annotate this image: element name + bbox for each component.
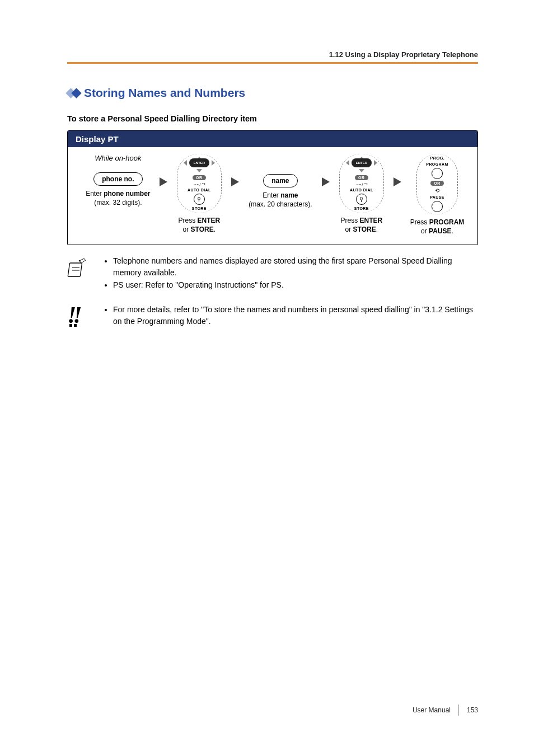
s5-b2: PAUSE	[429, 227, 451, 235]
name-pill: name	[263, 174, 297, 187]
onhook-note: While on-hook	[95, 154, 141, 162]
section-title-text: Storing Names and Numbers	[84, 86, 245, 100]
autodial-label: AUTO DIAL	[188, 188, 211, 192]
autodial-icon: →•/↪	[355, 182, 367, 186]
s4-b1: ENTER	[359, 217, 382, 224]
svg-point-11	[79, 260, 81, 262]
footer-label: User Manual	[413, 706, 451, 714]
or-badge: OR	[430, 181, 444, 186]
header-rule	[67, 62, 478, 64]
arrow-icon	[320, 154, 332, 210]
autodial-icon: →•/↪	[193, 182, 205, 186]
arrow-icon	[391, 154, 404, 210]
s4-pre: Press	[340, 217, 359, 224]
svg-rect-8	[68, 263, 82, 276]
title-diamond-icon	[67, 90, 78, 97]
or-badge: OR	[193, 175, 206, 180]
subsection-heading: To store a Personal Speed Dialling Direc…	[67, 114, 478, 123]
pause-glyph-icon: ⟲	[435, 187, 439, 194]
s5-or: or	[421, 227, 429, 235]
footer-separator	[458, 705, 459, 716]
store-button-icon	[356, 194, 367, 205]
exclamation-icon: !!	[67, 304, 90, 327]
s5-dot: .	[452, 227, 453, 235]
note-block-info: Telephone numbers and names displayed ar…	[67, 255, 478, 292]
svg-rect-5	[360, 197, 363, 200]
step-press-program: PROG. PROGRAM OR ⟲ PAUSE Press PROGRAM o…	[407, 154, 467, 236]
footer-page-number: 153	[467, 706, 478, 714]
svg-marker-3	[231, 177, 239, 186]
autodial-label: AUTO DIAL	[350, 188, 373, 192]
s5-pre: Press	[410, 218, 429, 226]
pause-button-icon	[432, 201, 443, 212]
s2-b1: ENTER	[198, 217, 221, 224]
prog-label: PROG.	[430, 156, 444, 161]
step1-pre: Enter	[86, 190, 104, 198]
step1-sub: (max. 32 digits).	[94, 199, 142, 206]
s5-b1: PROGRAM	[429, 218, 465, 226]
procedure-box: Display PT While on-hook phone no. Enter…	[67, 130, 478, 245]
svg-rect-1	[198, 197, 200, 200]
note-item: PS user: Refer to "Operating Instruction…	[113, 279, 478, 290]
step-enter-name: name Enter name (max. 20 characters).	[245, 154, 316, 209]
pause-label: PAUSE	[430, 195, 444, 199]
enter-key-icon: ENTER	[188, 157, 211, 168]
step-press-enter-1: ENTER OR →•/↪ AUTO DIAL STORE Press ENTE…	[173, 154, 226, 234]
s2-dot: .	[214, 226, 216, 233]
s4-or: or	[345, 226, 353, 233]
notepad-icon	[67, 255, 90, 282]
s4-dot: .	[376, 226, 378, 233]
svg-marker-7	[394, 177, 401, 186]
s4-b2: STORE	[353, 226, 376, 233]
arrow-icon	[157, 154, 170, 210]
arrow-icon	[229, 154, 241, 210]
or-badge: OR	[355, 175, 368, 180]
store-button-icon	[194, 194, 205, 205]
step1-bold: phone number	[104, 190, 150, 198]
svg-marker-4	[322, 177, 330, 186]
svg-marker-0	[160, 177, 167, 186]
store-label: STORE	[192, 206, 207, 210]
program-button-icon	[432, 168, 443, 179]
s2-or: or	[183, 226, 191, 233]
s3-pre: Enter	[263, 191, 280, 199]
s3-sub: (max. 20 characters).	[249, 200, 312, 208]
s2-b2: STORE	[191, 226, 214, 233]
s3-b: name	[280, 191, 298, 199]
note-block-important: !! For more details, refer to "To store …	[67, 304, 478, 328]
enter-key-icon: ENTER	[350, 157, 373, 168]
s2-pre: Press	[178, 217, 197, 224]
step-enter-phone: While on-hook phone no. Enter phone numb…	[82, 154, 154, 207]
section-title: Storing Names and Numbers	[67, 86, 478, 100]
header-section-ref: 1.12 Using a Display Proprietary Telepho…	[67, 50, 478, 62]
program-label: PROGRAM	[426, 162, 448, 166]
page-footer: User Manual 153	[413, 705, 478, 716]
note-item: Telephone numbers and names displayed ar…	[113, 255, 478, 278]
phone-no-pill: phone no.	[93, 172, 142, 186]
procedure-header: Display PT	[68, 131, 163, 147]
note-item: For more details, refer to "To store the…	[113, 304, 478, 327]
store-label: STORE	[354, 206, 369, 210]
step-press-enter-2: ENTER OR →•/↪ AUTO DIAL STORE Press ENTE…	[335, 154, 388, 234]
